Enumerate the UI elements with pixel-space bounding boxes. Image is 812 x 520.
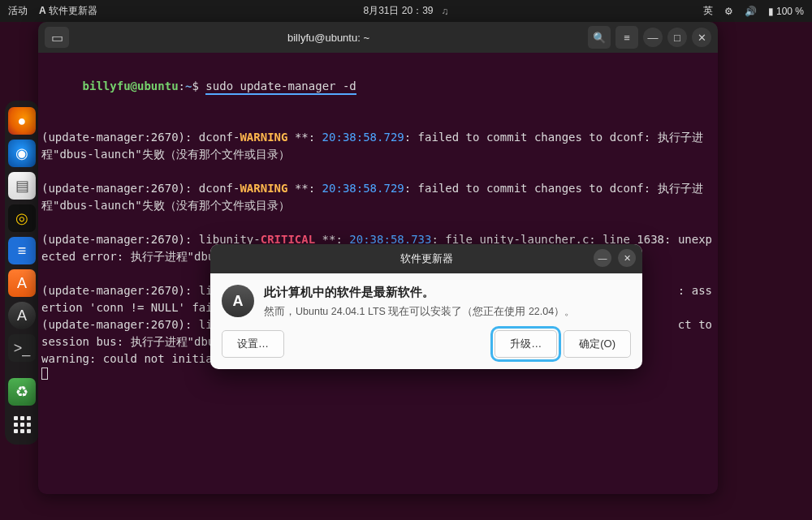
- dialog-title: 软件更新器: [400, 251, 453, 266]
- app-indicator-label: 软件更新器: [49, 5, 97, 16]
- dialog-titlebar: 软件更新器 — ✕: [210, 244, 642, 273]
- input-method-indicator[interactable]: 英: [703, 4, 713, 18]
- dock-software-updater[interactable]: A: [8, 302, 36, 329]
- dialog-updater-icon: A: [222, 285, 254, 317]
- terminal-output-line: (update-manager:2670): dconf-WARNING **:…: [41, 129, 715, 163]
- app-indicator[interactable]: A 软件更新器: [39, 4, 97, 18]
- terminal-search-button[interactable]: 🔍: [588, 26, 611, 49]
- dialog-subtext: 然而，Ubuntu 24.04.1 LTS 现在可以安装了（您正在使用 22.0…: [264, 305, 628, 319]
- terminal-command: sudo update-manager -d: [205, 80, 356, 95]
- dock-thunderbird[interactable]: ◉: [8, 140, 36, 167]
- terminal-title: billyfu@ubuntu: ~: [74, 32, 583, 44]
- battery-icon: ▮: [768, 6, 774, 17]
- dialog-close-button[interactable]: ✕: [618, 249, 636, 267]
- top-panel: 活动 A 软件更新器 8月31日 20：39 ♫ 英 ⚙ 🔊 ▮ 100 %: [0, 0, 812, 22]
- apps-grid-icon: [14, 416, 31, 433]
- prompt-user: billyfu@ubuntu: [83, 80, 179, 92]
- dialog-minimize-button[interactable]: —: [594, 249, 611, 267]
- volume-icon[interactable]: 🔊: [745, 6, 757, 17]
- dock-rhythmbox[interactable]: ◎: [8, 204, 36, 232]
- dock-ubuntu-software[interactable]: A: [8, 269, 36, 297]
- network-icon[interactable]: ⚙: [724, 6, 733, 17]
- dock-trash[interactable]: ♻: [8, 378, 36, 406]
- software-updater-dialog: 软件更新器 — ✕ A 此计算机中的软件是最新软件。 然而，Ubuntu 24.…: [210, 244, 642, 369]
- terminal-new-tab-button[interactable]: ▭: [45, 27, 69, 48]
- dock-libreoffice-writer[interactable]: ≡: [8, 237, 36, 264]
- upgrade-button[interactable]: 升级…: [495, 330, 557, 358]
- dock-files[interactable]: ▤: [8, 172, 36, 200]
- activities-button[interactable]: 活动: [8, 4, 28, 18]
- clock[interactable]: 8月31日 20：39: [363, 4, 433, 18]
- dialog-heading: 此计算机中的软件是最新软件。: [264, 285, 628, 300]
- terminal-minimize-button[interactable]: —: [643, 28, 663, 47]
- dock: ● ◉ ▤ ◎ ≡ A A >_ ♻: [5, 101, 39, 445]
- updater-icon: A: [39, 5, 46, 16]
- terminal-close-button[interactable]: ✕: [692, 28, 711, 47]
- dock-firefox[interactable]: ●: [8, 107, 36, 135]
- battery-percent: 100 %: [776, 6, 804, 17]
- bell-icon[interactable]: ♫: [442, 6, 449, 17]
- terminal-cursor: [41, 367, 48, 380]
- ok-button[interactable]: 确定(O): [564, 330, 631, 358]
- battery-indicator[interactable]: ▮ 100 %: [768, 6, 804, 17]
- terminal-output-line: (update-manager:2670): dconf-WARNING **:…: [41, 180, 715, 214]
- terminal-maximize-button[interactable]: □: [667, 28, 687, 47]
- terminal-titlebar: ▭ billyfu@ubuntu: ~ 🔍 ≡ — □ ✕: [38, 22, 718, 53]
- settings-button[interactable]: 设置…: [222, 330, 284, 358]
- dock-show-apps[interactable]: [8, 410, 36, 438]
- dock-terminal[interactable]: >_: [8, 334, 36, 362]
- terminal-menu-button[interactable]: ≡: [615, 26, 638, 49]
